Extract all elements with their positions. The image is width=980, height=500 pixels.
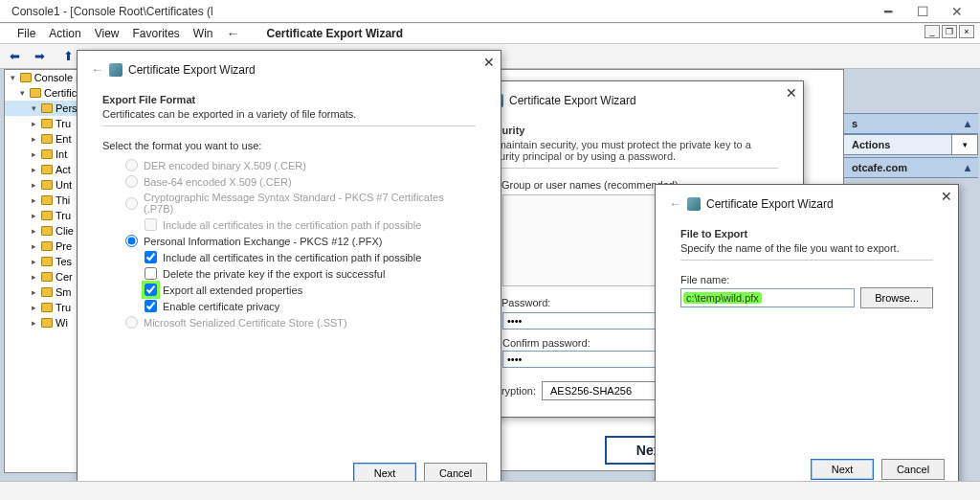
mdi-restore[interactable]: ❐ bbox=[942, 25, 957, 38]
tree-item[interactable]: ▸Thi bbox=[5, 193, 83, 208]
tree-item[interactable]: ▸Ent bbox=[5, 131, 83, 147]
radio-sst: Microsoft Serialized Certificate Store (… bbox=[102, 316, 476, 329]
browse-button[interactable]: Browse... bbox=[860, 287, 933, 308]
folder-icon bbox=[20, 73, 32, 82]
back-arrow-icon[interactable]: ← bbox=[227, 26, 240, 41]
wizard1-prompt: Select the format you want to use: bbox=[102, 140, 476, 151]
radio-b64: Base-64 encoded X.509 (.CER) bbox=[102, 175, 476, 188]
status-bar bbox=[0, 481, 980, 500]
close-icon[interactable]: ✕ bbox=[786, 85, 797, 101]
wizard3-heading: File to Export bbox=[680, 228, 933, 239]
chk-p7b-incl: Include all certificates in the certific… bbox=[102, 218, 476, 231]
tree-item[interactable]: ▸Tru bbox=[5, 208, 83, 223]
maximize-button[interactable]: ☐ bbox=[905, 0, 940, 23]
tree-item[interactable]: ▸Pre bbox=[5, 239, 83, 254]
collapse-icon: ▴ bbox=[965, 117, 970, 130]
wizard-breadcrumb: Certificate Export Wizard bbox=[267, 27, 404, 40]
wizard1-title: Certificate Export Wizard bbox=[128, 63, 256, 77]
menu-file[interactable]: File bbox=[17, 27, 35, 40]
radio-p7b: Cryptographic Message Syntax Standard - … bbox=[102, 192, 476, 215]
wizard3-next-button[interactable]: Next bbox=[811, 459, 874, 480]
tree-item[interactable]: ▸Wi bbox=[5, 315, 83, 330]
tree-item[interactable]: ▸Clie bbox=[5, 223, 83, 239]
wizard-icon bbox=[687, 197, 701, 211]
tree-item[interactable]: ▸Tes bbox=[5, 254, 83, 269]
file-name-value: c:\temp\wild.pfx bbox=[683, 292, 762, 304]
menu-action[interactable]: Action bbox=[49, 27, 80, 40]
menu-view[interactable]: View bbox=[95, 27, 120, 40]
chevron-down-icon: ▾ bbox=[963, 140, 968, 149]
wizard1-sub: Certificates can be exported in a variet… bbox=[102, 108, 476, 120]
wizard1-heading: Export File Format bbox=[102, 94, 476, 105]
mdi-controls: _ ❐ × bbox=[924, 25, 974, 38]
wizard2-sub: To maintain security, you must protect t… bbox=[483, 139, 770, 162]
nav-back-icon[interactable]: ⬅ bbox=[4, 47, 25, 66]
tree-item[interactable]: ▸Act bbox=[5, 162, 83, 177]
close-icon[interactable]: ✕ bbox=[483, 55, 495, 70]
tree-item[interactable]: ▸Unt bbox=[5, 177, 83, 193]
tree-pane: ▾Console R ▾Certific ▾Pers ▸Tru▸Ent▸Int▸… bbox=[4, 69, 84, 473]
tree-item[interactable]: ▸Tru bbox=[5, 116, 83, 131]
menu-win[interactable]: Win bbox=[193, 27, 213, 40]
collapse-icon: ▴ bbox=[965, 161, 970, 174]
tree-item[interactable]: ▸Int bbox=[5, 147, 83, 162]
tree-item[interactable]: ▸Sm bbox=[5, 284, 83, 300]
mdi-close[interactable]: × bbox=[959, 25, 974, 38]
radio-pfx[interactable]: Personal Information Exchange - PKCS #12… bbox=[102, 235, 476, 247]
menubar: File Action View Favorites Win ← Certifi… bbox=[0, 23, 980, 44]
wizard3-title: Certificate Export Wizard bbox=[706, 197, 834, 211]
wizard3-cancel-button[interactable]: Cancel bbox=[881, 459, 945, 480]
chk-pfx-include[interactable]: Include all certificates in the certific… bbox=[102, 251, 476, 263]
tree-personal[interactable]: ▾Pers bbox=[5, 101, 83, 116]
panel-strip-domain[interactable]: otcafe.com▴ bbox=[844, 157, 978, 178]
tree-cert[interactable]: ▾Certific bbox=[5, 85, 83, 101]
scroll-control[interactable]: ▾ bbox=[951, 134, 978, 155]
wizard2-title: Certificate Export Wizard bbox=[509, 94, 636, 107]
tree-item[interactable]: ▸Cer bbox=[5, 269, 83, 284]
file-label: File name: bbox=[680, 274, 933, 285]
folder-icon bbox=[41, 103, 53, 113]
chk-pfx-privacy[interactable]: Enable certificate privacy bbox=[102, 300, 476, 312]
menu-favorites[interactable]: Favorites bbox=[133, 27, 180, 40]
wizard-back-icon[interactable]: ← bbox=[669, 196, 681, 211]
wizard-icon bbox=[109, 63, 122, 77]
main-titlebar: Console1 - [Console Root\Certificates (l… bbox=[0, 0, 980, 23]
wizard3-sub: Specify the name of the file you want to… bbox=[680, 242, 933, 254]
window-title: Console1 - [Console Root\Certificates (l bbox=[11, 5, 213, 18]
wizard-back-icon[interactable]: ← bbox=[91, 62, 103, 77]
mdi-minimize[interactable]: _ bbox=[924, 25, 940, 38]
close-button[interactable]: ✕ bbox=[940, 0, 974, 23]
chk-pfx-delete[interactable]: Delete the private key if the export is … bbox=[102, 267, 476, 280]
tree-item[interactable]: ▸Tru bbox=[5, 300, 83, 315]
chk-pfx-extended[interactable]: Export all extended properties bbox=[102, 284, 476, 296]
wizard-format: ✕ ← Certificate Export Wizard Export Fil… bbox=[77, 50, 501, 494]
file-name-input[interactable]: c:\temp\wild.pfx bbox=[680, 288, 855, 307]
nav-up-icon[interactable]: ⬆ bbox=[57, 47, 78, 66]
radio-der: DER encoded binary X.509 (.CER) bbox=[102, 159, 476, 171]
wizard2-heading: Security bbox=[483, 125, 778, 136]
folder-icon bbox=[30, 88, 41, 98]
close-icon[interactable]: ✕ bbox=[941, 189, 952, 204]
minimize-button[interactable]: ━ bbox=[871, 0, 905, 23]
panel-strip-1[interactable]: s▴ bbox=[844, 113, 978, 134]
tree-root[interactable]: ▾Console R bbox=[5, 70, 83, 85]
wizard-file: ✕ ← Certificate Export Wizard File to Ex… bbox=[655, 184, 959, 490]
nav-fwd-icon[interactable]: ➡ bbox=[29, 47, 50, 66]
